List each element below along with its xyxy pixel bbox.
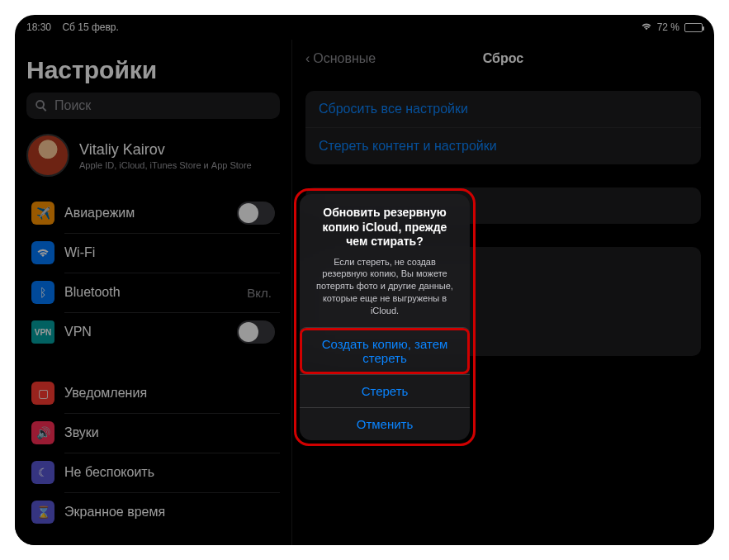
vpn-toggle[interactable]: [237, 320, 275, 344]
wifi-row-icon: [31, 241, 54, 264]
backup-then-erase-button[interactable]: Создать копию, затем стереть: [300, 327, 470, 374]
chevron-left-icon: ‹: [305, 51, 310, 66]
wifi-icon: [641, 21, 652, 33]
sidebar-item-airplane[interactable]: ✈️ Авиарежим: [26, 193, 280, 233]
avatar: [26, 134, 69, 177]
profile-row[interactable]: Vitaliy Kairov Apple ID, iCloud, iTunes …: [26, 134, 280, 177]
bluetooth-icon: ᛒ: [31, 281, 54, 304]
app-title: Настройки: [26, 56, 280, 84]
sounds-icon: 🔊: [31, 421, 54, 444]
sidebar-item-wifi[interactable]: Wi-Fi: [26, 233, 280, 273]
status-date: Сб 15 февр.: [62, 21, 118, 33]
battery-icon: [684, 23, 703, 32]
airplane-toggle[interactable]: [237, 202, 275, 225]
cell-reset-all[interactable]: Сбросить все настройки: [305, 91, 701, 127]
back-button[interactable]: ‹ Основные: [305, 51, 376, 66]
status-time: 18:30: [26, 21, 51, 33]
confirm-dialog: Обновить резервную копию iCloud, прежде …: [300, 194, 470, 440]
profile-name: Vitaliy Kairov: [79, 141, 252, 159]
profile-subtitle: Apple ID, iCloud, iTunes Store и App Sto…: [79, 160, 252, 170]
sidebar-item-screentime[interactable]: ⌛ Экранное время: [26, 492, 280, 532]
cell-erase-all[interactable]: Стереть контент и настройки: [305, 127, 701, 164]
search-placeholder: Поиск: [54, 98, 91, 113]
sidebar-item-vpn[interactable]: VPN VPN: [26, 312, 280, 352]
annotation-highlight: Обновить резервную копию iCloud, прежде …: [294, 188, 476, 446]
sidebar-item-bluetooth[interactable]: ᛒ Bluetooth Вкл.: [26, 273, 280, 312]
moon-icon: ☾: [31, 461, 54, 484]
battery-percent: 72 %: [657, 21, 679, 33]
search-icon: [35, 99, 48, 112]
airplane-icon: ✈️: [31, 202, 54, 225]
notifications-icon: ▢: [31, 382, 54, 405]
settings-sidebar: Настройки Поиск Vitaliy Kairov Apple ID,…: [15, 40, 291, 545]
erase-button[interactable]: Стереть: [300, 374, 470, 407]
sidebar-item-dnd[interactable]: ☾ Не беспокоить: [26, 453, 280, 492]
hourglass-icon: ⌛: [31, 501, 54, 524]
cancel-button[interactable]: Отменить: [300, 407, 470, 440]
sidebar-item-notifications[interactable]: ▢ Уведомления: [26, 373, 280, 413]
vpn-icon: VPN: [31, 320, 54, 344]
dialog-title: Обновить резервную копию iCloud, прежде …: [311, 206, 458, 249]
dialog-message: Если стереть, не создав резервную копию,…: [311, 256, 458, 317]
status-bar: 18:30 Сб 15 февр. 72 %: [15, 15, 714, 35]
search-input[interactable]: Поиск: [26, 93, 280, 119]
sidebar-item-sounds[interactable]: 🔊 Звуки: [26, 413, 280, 453]
